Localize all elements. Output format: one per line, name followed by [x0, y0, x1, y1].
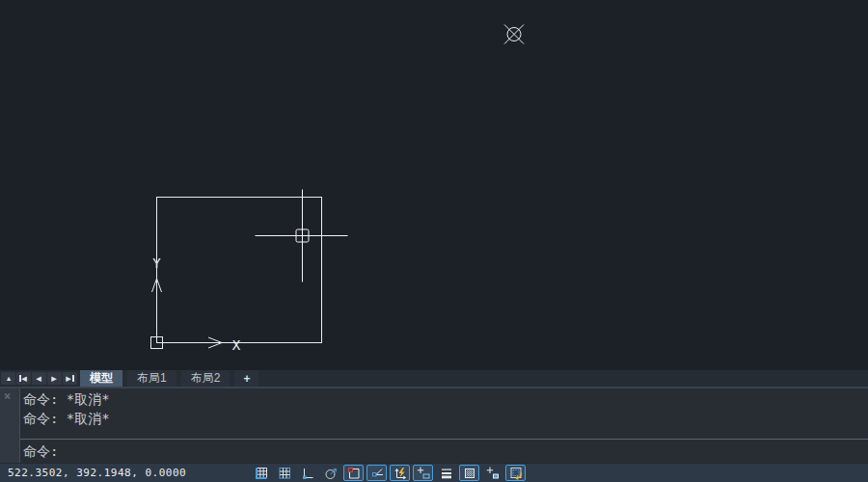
coordinate-readout[interactable]: 522.3502, 392.1948, 0.0000: [8, 464, 186, 482]
command-separator: [20, 439, 868, 440]
command-window-side-strip: ×: [0, 388, 20, 463]
command-history-line: 命令: *取消*: [23, 389, 110, 409]
prev-triangle-icon: ◀: [37, 375, 42, 382]
up-triangle-icon: ▲: [5, 375, 12, 382]
rectangle-entity[interactable]: [157, 198, 322, 343]
selection-cycling-icon[interactable]: [482, 465, 502, 481]
ortho-mode-icon[interactable]: [297, 465, 317, 481]
layout-tabbar: ▲ ◀ ◀ ▶ ▶ 模型 布局1 布局2 +: [0, 370, 868, 387]
ucs-icon: Y X: [151, 255, 241, 353]
dynamic-ucs-icon[interactable]: [390, 465, 410, 481]
status-bar: 522.3502, 392.1948, 0.0000: [0, 463, 868, 482]
object-snap-tracking-icon[interactable]: [366, 465, 387, 481]
annotation-autoscale-icon[interactable]: [505, 465, 526, 481]
crosshair-cursor: [256, 190, 348, 282]
first-triangle-icon: ◀: [22, 375, 28, 382]
ucs-x-label: X: [232, 337, 241, 353]
drawing-area: Y X: [0, 0, 868, 370]
command-history-line: 命令: *取消*: [23, 409, 110, 428]
polar-tracking-icon[interactable]: [320, 465, 340, 481]
tab-layout1[interactable]: 布局1: [127, 370, 176, 387]
transparency-icon[interactable]: [459, 465, 479, 481]
tab-menu-up-icon[interactable]: ▲: [1, 372, 15, 385]
dynamic-input-icon[interactable]: [413, 465, 433, 481]
tab-model[interactable]: 模型: [80, 370, 122, 387]
tab-layout2[interactable]: 布局2: [181, 370, 231, 387]
last-tab-button[interactable]: ▶: [63, 372, 77, 385]
previous-tab-button[interactable]: ◀: [32, 372, 46, 385]
last-triangle-icon: ▶: [67, 375, 72, 382]
next-triangle-icon: ▶: [52, 375, 58, 382]
point-marker-entity[interactable]: [504, 25, 524, 44]
close-icon[interactable]: ×: [4, 390, 11, 402]
command-history: 命令: *取消* 命令: *取消*: [23, 389, 110, 428]
layout-tabs: 模型 布局1 布局2 +: [80, 370, 263, 387]
new-layout-tab-button[interactable]: +: [234, 370, 258, 387]
last-bar-icon: [72, 375, 74, 382]
next-tab-button[interactable]: ▶: [47, 372, 62, 385]
model-space-canvas[interactable]: Y X: [0, 0, 868, 370]
command-prompt-input[interactable]: 命令:: [23, 442, 58, 461]
command-line-window[interactable]: × 命令: *取消* 命令: *取消* 命令:: [0, 387, 868, 463]
grid-display-icon[interactable]: [274, 465, 294, 481]
first-tab-button[interactable]: ◀: [16, 372, 31, 385]
cad-application-window: Y X ▲ ◀ ◀ ▶ ▶ 模型 布: [0, 0, 868, 482]
drafting-toggles: [251, 464, 526, 482]
lineweight-icon[interactable]: [436, 465, 456, 481]
snap-mode-icon[interactable]: [251, 465, 271, 481]
ucs-y-label: Y: [152, 255, 161, 271]
object-snap-icon[interactable]: [343, 465, 364, 481]
